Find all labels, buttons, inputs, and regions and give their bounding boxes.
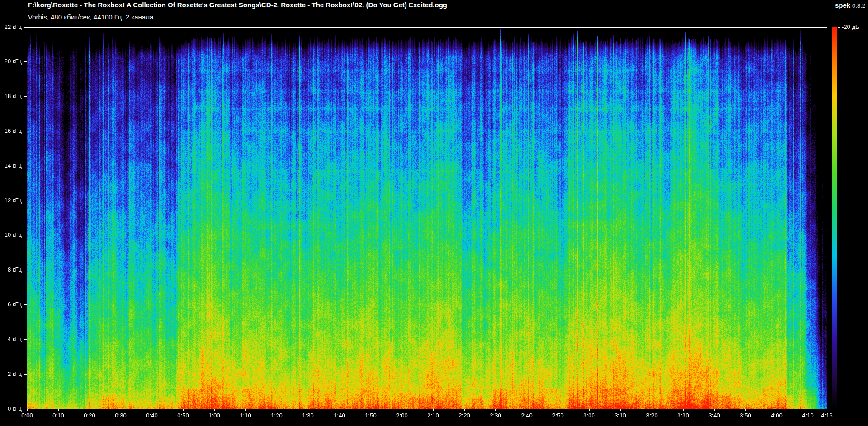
time-tick-label: 2:10 bbox=[423, 412, 443, 419]
frequency-tick-label: 6 кГц bbox=[1, 301, 22, 308]
time-tick bbox=[371, 409, 371, 411]
time-tick-label: 2:40 bbox=[517, 412, 537, 419]
app-version: 0.8.2 bbox=[852, 2, 865, 9]
stream-info: Vorbis, 480 кбит/сек, 44100 Гц, 2 канала bbox=[28, 13, 153, 21]
frequency-tick-label: 12 кГц bbox=[1, 197, 22, 204]
frequency-tick bbox=[24, 61, 27, 62]
time-tick-label: 3:30 bbox=[673, 412, 693, 419]
frequency-tick bbox=[24, 304, 27, 305]
time-tick-label: 1:30 bbox=[298, 412, 318, 419]
time-tick-label: 1:50 bbox=[361, 412, 381, 419]
time-tick bbox=[183, 409, 184, 411]
time-tick-label: 0:30 bbox=[111, 412, 131, 419]
time-tick bbox=[683, 409, 684, 411]
time-tick bbox=[652, 409, 652, 411]
time-tick bbox=[777, 409, 777, 411]
spek-window: F:\korg\Roxette - The Roxbox! A Collecti… bbox=[0, 0, 868, 426]
time-tick-label: 1:10 bbox=[236, 412, 255, 419]
time-tick bbox=[745, 409, 746, 411]
time-tick bbox=[433, 409, 434, 411]
time-tick-label: 2:50 bbox=[548, 412, 568, 419]
time-tick-label: 3:10 bbox=[610, 412, 630, 419]
time-tick bbox=[58, 409, 59, 411]
time-tick-label: 4:00 bbox=[767, 412, 787, 419]
time-tick bbox=[245, 409, 246, 411]
time-tick-label: 0:20 bbox=[80, 412, 99, 419]
frequency-tick-label: 14 кГц bbox=[1, 162, 22, 169]
time-tick bbox=[827, 409, 827, 411]
time-tick bbox=[402, 409, 402, 411]
frequency-tick bbox=[24, 201, 27, 201]
frequency-tick bbox=[24, 27, 27, 28]
time-tick bbox=[90, 409, 90, 411]
plot-right-border bbox=[827, 27, 827, 409]
spectrogram-canvas bbox=[27, 27, 827, 409]
frequency-tick-label: 8 кГц bbox=[1, 266, 22, 273]
time-tick-label: 3:20 bbox=[642, 412, 662, 419]
time-tick-label: 2:00 bbox=[392, 412, 412, 419]
time-tick-label: 0:00 bbox=[17, 412, 37, 419]
time-tick bbox=[464, 409, 465, 411]
colorbar-tick-label: -20 дБ bbox=[842, 23, 859, 30]
time-tick bbox=[495, 409, 496, 411]
frequency-tick-label: 16 кГц bbox=[1, 127, 22, 134]
frequency-tick bbox=[24, 270, 27, 270]
time-tick-label: 0:10 bbox=[48, 412, 68, 419]
time-tick-label: 1:20 bbox=[267, 412, 287, 419]
time-tick-label: 3:40 bbox=[704, 412, 724, 419]
time-tick-label: 4:16 bbox=[817, 412, 837, 419]
time-tick-label: 2:30 bbox=[486, 412, 505, 419]
time-tick-label: 4:10 bbox=[798, 412, 818, 419]
time-tick bbox=[558, 409, 558, 411]
time-tick bbox=[27, 409, 28, 411]
frequency-tick-label: 0 кГц bbox=[1, 405, 22, 412]
time-tick-label: 3:50 bbox=[736, 412, 755, 419]
time-tick bbox=[527, 409, 527, 411]
frequency-tick bbox=[24, 96, 27, 97]
time-tick-label: 0:40 bbox=[142, 412, 162, 419]
time-tick bbox=[340, 409, 340, 411]
time-tick bbox=[620, 409, 621, 411]
time-tick bbox=[589, 409, 590, 411]
frequency-tick bbox=[24, 131, 27, 131]
colorbar-gradient bbox=[832, 27, 837, 409]
frequency-tick bbox=[24, 235, 27, 235]
frequency-tick bbox=[24, 409, 27, 409]
time-tick-label: 2:20 bbox=[454, 412, 474, 419]
app-name: spek bbox=[835, 1, 850, 9]
plot-top-border bbox=[27, 27, 827, 28]
time-tick bbox=[277, 409, 277, 411]
frequency-tick-label: 10 кГц bbox=[1, 231, 22, 238]
time-tick bbox=[714, 409, 715, 411]
time-tick bbox=[121, 409, 121, 411]
frequency-tick-label: 4 кГц bbox=[1, 336, 22, 342]
time-tick bbox=[808, 409, 808, 411]
app-brand: spek0.8.2 bbox=[835, 1, 865, 9]
colorbar-tick bbox=[838, 27, 840, 28]
file-path: F:\korg\Roxette - The Roxbox! A Collecti… bbox=[28, 1, 447, 9]
time-tick-label: 1:40 bbox=[330, 412, 349, 419]
time-tick-label: 0:50 bbox=[173, 412, 193, 419]
time-tick bbox=[152, 409, 152, 411]
time-tick bbox=[308, 409, 308, 411]
frequency-tick bbox=[24, 374, 27, 375]
time-tick-label: 1:00 bbox=[204, 412, 224, 419]
frequency-tick-label: 2 кГц bbox=[1, 370, 22, 377]
frequency-tick bbox=[24, 166, 27, 166]
frequency-tick-label: 22 кГц bbox=[1, 23, 22, 30]
frequency-tick bbox=[24, 339, 27, 340]
time-tick-label: 3:00 bbox=[579, 412, 599, 419]
frequency-tick-label: 18 кГц bbox=[1, 93, 22, 99]
frequency-tick-label: 20 кГц bbox=[1, 58, 22, 65]
time-tick bbox=[214, 409, 215, 411]
